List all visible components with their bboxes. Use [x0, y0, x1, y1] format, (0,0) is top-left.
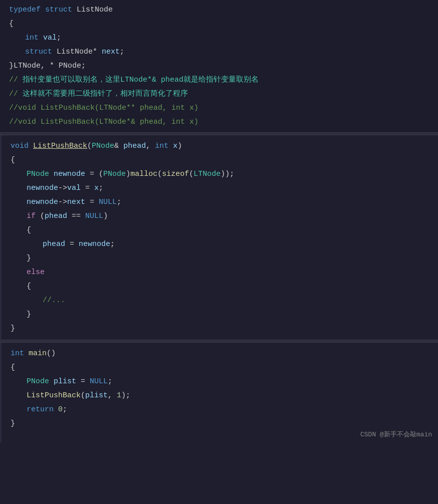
- line-newnode-val: newnode->val = x;: [2, 181, 438, 195]
- line-listpushback-call: ListPushBack(plist, 1);: [2, 389, 438, 403]
- line-ltnode: }LTNode, * PNode;: [0, 59, 438, 73]
- line-typedef: typedef struct ListNode: [0, 3, 438, 17]
- code-line-9: //void ListPushBack(LTNode*& phead, int …: [5, 116, 438, 129]
- line-else: else: [2, 266, 438, 280]
- code-line-15: if (phead == NULL): [7, 210, 438, 223]
- line-int-main: int main(): [2, 347, 438, 361]
- code-line-22: }: [7, 308, 438, 321]
- code-line-17: phead = newnode;: [7, 238, 438, 251]
- line-newnode-next: newnode->next = NULL;: [2, 195, 438, 209]
- code-line-25: {: [7, 361, 438, 374]
- line-close-brace-2: }: [2, 322, 438, 336]
- code-line-7: // 这样就不需要用二级指针了，相对而言简化了程序: [5, 88, 438, 101]
- line-open-brace-3: {: [2, 223, 438, 237]
- code-line-18: }: [7, 252, 438, 265]
- line-comment-chinese1: // 指针变量也可以取别名，这里LTNode*& phead就是给指针变量取别名: [0, 73, 438, 87]
- code-line-8: //void ListPushBack(LTNode** phead, int …: [5, 102, 438, 115]
- code-line-26: PNode plist = NULL;: [7, 375, 438, 388]
- line-open-brace-5: {: [2, 361, 438, 375]
- line-close-brace-4: }: [2, 308, 438, 322]
- line-return-0: return 0;: [2, 403, 438, 417]
- line-pnode-plist: PNode plist = NULL;: [2, 375, 438, 389]
- line-close-brace-3: }: [2, 251, 438, 266]
- code-container: typedef struct ListNode { int val; struc…: [0, 0, 438, 504]
- line-comment-chinese2: // 这样就不需要用二级指针了，相对而言简化了程序: [0, 87, 438, 101]
- code-line-29: }: [7, 417, 438, 430]
- code-line-2: {: [5, 18, 438, 31]
- line-comment-dot: //...: [2, 294, 438, 308]
- watermark: CSDN @新手不会敲main: [360, 430, 432, 439]
- line-open-brace-4: {: [2, 280, 438, 294]
- code-line-4: struct ListNode* next;: [5, 46, 438, 59]
- code-line-11: {: [7, 154, 438, 167]
- code-line-28: return 0;: [7, 403, 438, 416]
- code-line-20: {: [7, 280, 438, 293]
- code-line-3: int val;: [5, 32, 438, 45]
- line-comment-void2: //void ListPushBack(LTNode*& phead, int …: [0, 115, 438, 129]
- code-line-6: // 指针变量也可以取别名，这里LTNode*& phead就是给指针变量取别名: [5, 74, 438, 87]
- code-line-1: typedef struct ListNode: [5, 4, 438, 17]
- code-line-14: newnode->next = NULL;: [7, 196, 438, 209]
- middle-code-block: void ListPushBack(PNode& phead, int x) {…: [0, 135, 438, 340]
- code-line-21: //...: [7, 294, 438, 307]
- line-if-phead: if (phead == NULL): [2, 209, 438, 223]
- line-void-listpushback: void ListPushBack(PNode& phead, int x): [2, 139, 438, 153]
- line-comment-void1: //void ListPushBack(LTNode** phead, int …: [0, 101, 438, 115]
- code-line-10: void ListPushBack(PNode& phead, int x): [7, 140, 438, 153]
- code-line-13: newnode->val = x;: [7, 182, 438, 195]
- code-line-24: int main(): [7, 347, 438, 360]
- line-close-brace-5: }: [2, 417, 438, 431]
- line-open-brace-2: {: [2, 153, 438, 167]
- line-open-brace-1: {: [0, 17, 438, 31]
- code-line-12: PNode newnode = (PNode)malloc(sizeof(LTN…: [7, 168, 438, 181]
- line-pnode-newnode: PNode newnode = (PNode)malloc(sizeof(LTN…: [2, 167, 438, 181]
- code-line-19: else: [7, 266, 438, 279]
- code-line-16: {: [7, 224, 438, 237]
- code-line-23: }: [7, 322, 438, 335]
- main-code-block: int main() { PNode plist = NULL; ListPus…: [0, 343, 438, 443]
- line-phead-newnode: phead = newnode;: [2, 237, 438, 251]
- line-struct-next: struct ListNode* next;: [0, 45, 438, 59]
- code-line-5: }LTNode, * PNode;: [5, 60, 438, 73]
- code-line-27: ListPushBack(plist, 1);: [7, 389, 438, 402]
- line-int-val: int val;: [0, 31, 438, 45]
- top-code-block: typedef struct ListNode { int val; struc…: [0, 0, 438, 132]
